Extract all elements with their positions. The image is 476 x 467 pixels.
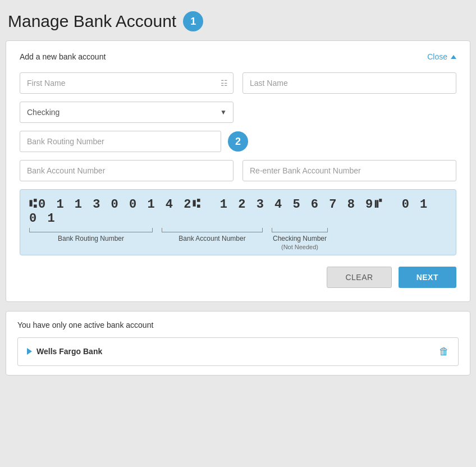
routing-row: 2 bbox=[20, 131, 456, 152]
account-type-row: Checking Savings ▼ bbox=[20, 102, 456, 123]
info-card: You have only one active bank account We… bbox=[6, 311, 470, 376]
button-row: CLEAR NEXT bbox=[20, 267, 456, 288]
checking-bracket bbox=[272, 228, 328, 232]
add-bank-label: Add a new bank account bbox=[20, 52, 106, 61]
last-name-input[interactable] bbox=[242, 72, 456, 94]
bank-row: Wells Fargo Bank 🗑 bbox=[17, 337, 459, 366]
check-routing-group: Bank Routing Number bbox=[29, 228, 153, 250]
account-number-row bbox=[20, 160, 456, 181]
arrow-up-icon bbox=[451, 55, 456, 59]
check-checking-sub: (Not Needed) bbox=[281, 244, 318, 250]
check-labels-row: Bank Routing Number Bank Account Number … bbox=[29, 228, 447, 250]
routing-field bbox=[20, 131, 221, 152]
page-title-row: Manage Bank Account 1 bbox=[6, 6, 470, 40]
routing-number-input[interactable] bbox=[20, 131, 221, 152]
last-name-field bbox=[242, 72, 456, 94]
account-type-select[interactable]: Checking Savings bbox=[20, 102, 234, 123]
first-name-input[interactable] bbox=[20, 72, 234, 94]
account-number-field bbox=[20, 160, 234, 181]
close-link[interactable]: Close bbox=[427, 52, 456, 61]
delete-bank-icon[interactable]: 🗑 bbox=[439, 346, 449, 358]
routing-badge: 2 bbox=[228, 131, 248, 152]
check-numbers: ⑆0 1 1 3 0 0 1 4 2⑆ 1 2 3 4 5 6 7 8 9⑈ 0… bbox=[29, 198, 447, 226]
first-name-field: ☷ bbox=[20, 72, 234, 94]
check-account-group: Bank Account Number bbox=[162, 228, 263, 250]
person-icon: ☷ bbox=[221, 79, 228, 88]
check-routing-label: Bank Routing Number bbox=[58, 235, 124, 244]
card-header: Add a new bank account Close bbox=[20, 52, 456, 61]
add-bank-account-card: Add a new bank account Close ☷ Checking … bbox=[6, 40, 470, 302]
check-diagram: ⑆0 1 1 3 0 0 1 4 2⑆ 1 2 3 4 5 6 7 8 9⑈ 0… bbox=[20, 189, 456, 255]
clear-button[interactable]: CLEAR bbox=[327, 267, 391, 288]
page-badge: 1 bbox=[183, 11, 203, 31]
expand-icon[interactable] bbox=[27, 348, 32, 355]
next-button[interactable]: NEXT bbox=[399, 267, 456, 288]
close-label: Close bbox=[427, 52, 447, 61]
bank-row-left: Wells Fargo Bank bbox=[27, 347, 102, 356]
page-title: Manage Bank Account bbox=[8, 12, 176, 31]
account-number-input[interactable] bbox=[20, 160, 234, 181]
check-checking-label: Checking Number bbox=[273, 235, 327, 244]
check-checking-group: Checking Number (Not Needed) bbox=[272, 228, 328, 250]
name-row: ☷ bbox=[20, 72, 456, 94]
reenter-account-input[interactable] bbox=[242, 160, 456, 181]
info-label: You have only one active bank account bbox=[17, 321, 459, 329]
account-bracket bbox=[162, 228, 263, 232]
routing-bracket bbox=[29, 228, 153, 232]
reenter-account-field bbox=[242, 160, 456, 181]
account-type-wrapper: Checking Savings ▼ bbox=[20, 102, 234, 123]
check-account-label: Bank Account Number bbox=[178, 235, 245, 244]
bank-name: Wells Fargo Bank bbox=[36, 347, 102, 356]
